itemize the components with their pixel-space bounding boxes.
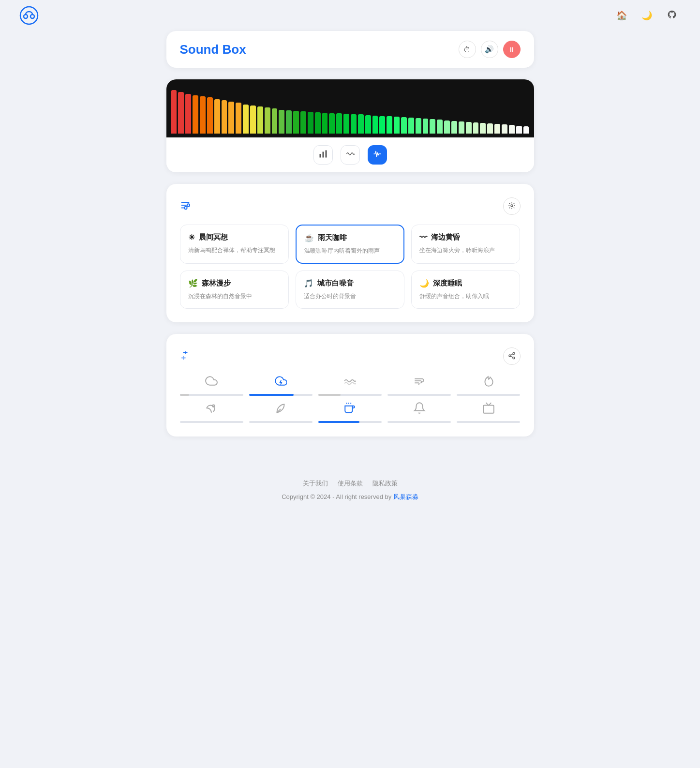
bar-chart-button[interactable] xyxy=(313,145,333,165)
viz-bar xyxy=(459,121,464,134)
mixer-slider-bird[interactable] xyxy=(180,421,243,423)
viz-bar xyxy=(293,111,299,134)
slider-fill-wave xyxy=(318,394,341,396)
volume-button[interactable]: 🔊 xyxy=(481,41,498,58)
slider-track-wave[interactable] xyxy=(318,394,382,396)
scene-title-morning: 晨间冥想 xyxy=(199,233,228,242)
mixer-card xyxy=(166,334,534,437)
slider-track-cloud[interactable] xyxy=(180,394,243,396)
scene-title-sleep: 深度睡眠 xyxy=(433,279,462,288)
scene-card-forest[interactable]: 🌿 森林漫步 沉浸在森林的自然音景中 xyxy=(180,271,289,309)
viz-bar xyxy=(394,117,400,134)
mixer-section-header xyxy=(180,347,521,365)
mixer-item-coffee xyxy=(318,402,382,423)
slider-track-wind[interactable] xyxy=(387,394,451,396)
scene-section-header xyxy=(180,197,521,215)
scene-icon-city: 🎵 xyxy=(304,279,313,288)
mixer-icon-fire xyxy=(482,375,495,390)
viz-bar xyxy=(516,126,522,134)
slider-track-tv[interactable] xyxy=(457,421,520,423)
viz-bar xyxy=(466,122,472,134)
mixer-slider-cloud[interactable] xyxy=(180,394,243,396)
viz-bar xyxy=(214,99,220,134)
viz-bar xyxy=(379,116,385,134)
scene-card-city[interactable]: 🎵 城市白噪音 适合办公时的背景音 xyxy=(296,271,404,309)
footer-link-隐私政策[interactable]: 隐私政策 xyxy=(372,479,398,488)
mixer-icon-coffee xyxy=(343,402,356,417)
viz-bar xyxy=(243,105,249,134)
slider-fill-thunder xyxy=(249,394,294,396)
slider-track-coffee[interactable] xyxy=(318,421,382,423)
viz-bar xyxy=(250,105,256,134)
mixer-slider-fire[interactable] xyxy=(457,394,520,396)
scene-icon-forest: 🌿 xyxy=(188,279,198,288)
mixer-icon-bell xyxy=(413,402,426,417)
mixer-slider-coffee[interactable] xyxy=(318,421,382,423)
viz-bar xyxy=(423,119,429,134)
mixer-icon-thunder xyxy=(274,375,287,390)
nav-logo xyxy=(19,6,39,25)
svg-point-12 xyxy=(513,352,515,354)
slider-track-bell[interactable] xyxy=(387,421,451,423)
viz-bar xyxy=(329,113,335,134)
slider-track-thunder[interactable] xyxy=(249,394,313,396)
slider-track-fire[interactable] xyxy=(457,394,520,396)
mixer-item-wave xyxy=(318,375,382,396)
scene-card-morning[interactable]: ☀ 晨间冥想 清新鸟鸣配合禅体，帮助专注冥想 xyxy=(180,225,289,264)
theme-button[interactable]: 🌙 xyxy=(638,7,655,24)
scene-card-rainy-cafe[interactable]: ☕ 雨天咖啡 温暖咖啡厅内听着窗外的雨声 xyxy=(296,225,404,264)
scene-icon-sleep: 🌙 xyxy=(419,279,429,288)
pause-button[interactable]: ⏸ xyxy=(503,41,521,58)
mixer-icon-bird xyxy=(205,402,218,417)
mixer-icon-cloud xyxy=(205,375,218,390)
wave-icon xyxy=(346,150,355,160)
github-button[interactable] xyxy=(663,7,681,24)
mixer-slider-tv[interactable] xyxy=(457,421,520,423)
scene-desc-seaside: 坐在海边篝火旁，聆听海浪声 xyxy=(419,246,512,255)
mixer-slider-leaf[interactable] xyxy=(249,421,313,423)
scene-card-title: 🎵 城市白噪音 xyxy=(304,279,396,288)
mixer-slider-wave[interactable] xyxy=(318,394,382,396)
page-title: Sound Box xyxy=(180,42,246,57)
mixer-slider-thunder[interactable] xyxy=(249,394,313,396)
scene-desc-morning: 清新鸟鸣配合禅体，帮助专注冥想 xyxy=(188,246,281,255)
viz-bar xyxy=(257,106,263,134)
mixer-icon-wind xyxy=(413,375,426,390)
scene-card-title: 〰 海边黄昏 xyxy=(419,233,512,242)
mixer-slider-bell[interactable] xyxy=(387,421,451,423)
svg-rect-5 xyxy=(325,151,327,158)
viz-bar xyxy=(286,110,292,134)
volume-icon: 🔊 xyxy=(485,45,494,54)
slider-track-leaf[interactable] xyxy=(249,421,313,423)
home-button[interactable]: 🏠 xyxy=(613,7,630,24)
viz-bar xyxy=(387,116,392,134)
mixer-item-bird xyxy=(180,402,243,423)
viz-bar xyxy=(408,118,414,134)
viz-bar xyxy=(365,115,371,134)
footer-link-使用条款[interactable]: 使用条款 xyxy=(338,479,363,488)
scene-card-seaside[interactable]: 〰 海边黄昏 坐在海边篝火旁，聆听海浪声 xyxy=(411,225,520,264)
header-actions: ⏱ 🔊 ⏸ xyxy=(459,41,521,58)
viz-bar xyxy=(185,94,191,134)
scene-card: ☀ 晨间冥想 清新鸟鸣配合禅体，帮助专注冥想 ☕ 雨天咖啡 温暖咖啡厅内听着窗外… xyxy=(166,184,534,322)
viz-bar xyxy=(401,117,407,134)
scene-title-seaside: 海边黄昏 xyxy=(431,233,460,242)
footer-link-关于我们[interactable]: 关于我们 xyxy=(303,479,328,488)
scene-title-city: 城市白噪音 xyxy=(317,279,354,288)
mixer-slider-wind[interactable] xyxy=(387,394,451,396)
slider-track-bird[interactable] xyxy=(180,421,243,423)
logo-icon xyxy=(19,6,39,25)
pulse-button[interactable] xyxy=(368,145,387,165)
scene-card-sleep[interactable]: 🌙 深度睡眠 舒缓的声音组合，助你入眠 xyxy=(411,271,520,309)
mixer-item-fire xyxy=(457,375,520,396)
scene-card-title: 🌿 森林漫步 xyxy=(188,279,281,288)
scene-settings-button[interactable] xyxy=(503,197,521,215)
settings-icon xyxy=(508,202,516,211)
slider-fill-cloud xyxy=(180,394,190,396)
svg-rect-4 xyxy=(322,152,324,158)
share-button[interactable] xyxy=(503,347,521,365)
timer-button[interactable]: ⏱ xyxy=(459,41,476,58)
wave-button[interactable] xyxy=(341,145,360,165)
viz-bar xyxy=(308,112,313,134)
mixer-icon-wave xyxy=(343,375,356,390)
